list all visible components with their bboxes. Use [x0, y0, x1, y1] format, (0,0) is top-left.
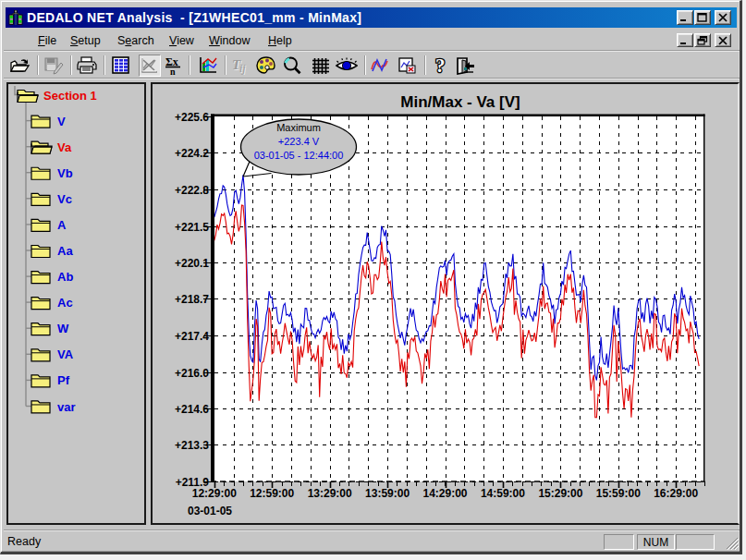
- svg-text:V: V: [57, 115, 66, 128]
- svg-text:Section 1: Section 1: [43, 89, 97, 103]
- svg-text:Aa: Aa: [57, 244, 73, 258]
- svg-text:Min/Max - Va [V]: Min/Max - Va [V]: [400, 93, 520, 111]
- svg-text:Pf: Pf: [57, 373, 70, 387]
- svg-text:15:59:00: 15:59:00: [596, 487, 641, 500]
- svg-text:+223.4 V: +223.4 V: [278, 136, 320, 147]
- svg-text:Va: Va: [57, 140, 72, 154]
- svg-text:Ac: Ac: [57, 296, 73, 310]
- svg-text:14:59:00: 14:59:00: [481, 487, 525, 500]
- svg-text:var: var: [57, 400, 76, 414]
- svg-text:?: ?: [435, 55, 446, 76]
- svg-text:03-01-05 - 12:44:00: 03-01-05 - 12:44:00: [254, 150, 344, 161]
- svg-text:12:29:00: 12:29:00: [192, 487, 237, 500]
- svg-text:VA: VA: [57, 347, 74, 361]
- svg-text:A: A: [57, 218, 67, 232]
- svg-text:14:29:00: 14:29:00: [422, 487, 467, 500]
- svg-text:Ab: Ab: [57, 270, 73, 284]
- svg-text:W: W: [57, 322, 69, 335]
- svg-text:Vc: Vc: [57, 192, 72, 206]
- svg-text:15:29:00: 15:29:00: [538, 487, 582, 500]
- svg-text:16:29:00: 16:29:00: [654, 487, 698, 500]
- svg-text:n: n: [170, 67, 176, 75]
- svg-text:ij: ij: [239, 62, 246, 75]
- svg-text:Maximum: Maximum: [276, 122, 321, 133]
- svg-text:13:59:00: 13:59:00: [365, 487, 410, 500]
- svg-text:03-01-05: 03-01-05: [188, 505, 232, 517]
- svg-text:13:29:00: 13:29:00: [308, 487, 352, 500]
- svg-text:Vb: Vb: [57, 166, 73, 180]
- svg-text:12:59:00: 12:59:00: [250, 487, 294, 500]
